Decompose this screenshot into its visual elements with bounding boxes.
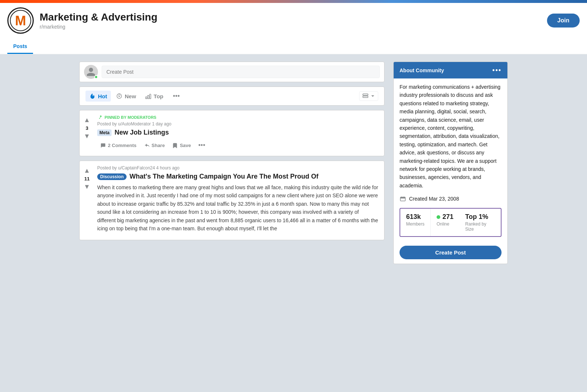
post-body-2: When it comes to marketing there are man… [97,183,378,232]
svg-text:M: M [15,13,26,28]
post-title-2[interactable]: What's The Marketing Campaign You Are Th… [130,173,318,180]
user-avatar [84,65,98,79]
svg-rect-4 [146,97,147,99]
top-value: Top 1% [465,213,495,221]
members-count: 613k [406,213,424,221]
about-description: For marketing communications + advertisi… [400,83,502,190]
downvote-1[interactable]: ▼ [84,132,90,140]
online-stat: 271 Online [431,209,459,236]
upvote-2[interactable]: ▲ [84,167,90,175]
sort-more-btn[interactable]: ••• [170,91,183,102]
view-toggle[interactable] [359,91,378,101]
online-dot [94,75,98,79]
vote-count-1: 3 [85,125,88,131]
save-btn-1[interactable]: Save [169,140,194,151]
about-header: About Community ••• [394,62,507,78]
about-box: About Community ••• For marketing commun… [393,62,508,264]
vote-col-2: ▲ 11 ▼ [80,164,94,237]
online-dot-sidebar [437,215,440,219]
post-more-1[interactable]: ••• [196,139,208,151]
sort-top-label: Top [154,93,163,99]
post-actions-1: 2 Comments Share Save ••• [97,139,378,151]
ranked-label: Ranked by Size [465,221,495,232]
post-content-1: PINNED BY MODERATORS Posted by u/AutoMod… [94,113,381,153]
sort-hot-label: Hot [98,93,107,99]
sidebar-create-post-btn[interactable]: Create Post [400,246,502,259]
tag-discussion-2: Discussion [97,173,127,180]
comments-btn-1[interactable]: 2 Comments [97,140,139,151]
sort-bar: Hot New Top ••• [79,87,384,106]
create-post-input[interactable] [102,66,380,78]
post-title-row-1: Meta New Job Listings [97,129,378,136]
vote-col-1: ▲ 3 ▼ [80,113,94,153]
community-name: Marketing & Advertising [40,11,541,23]
created-row: Created Mar 23, 2008 [400,195,502,202]
sort-top[interactable]: Top [141,91,167,102]
downvote-2[interactable]: ▼ [84,183,90,191]
about-header-label: About Community [400,67,444,73]
created-label: Created Mar 23, 2008 [409,196,459,202]
sort-hot[interactable]: Hot [85,91,111,102]
about-body: For marketing communications + advertisi… [394,78,507,264]
sort-new[interactable]: New [112,91,140,102]
svg-rect-5 [147,95,149,99]
post-card-pinned: ▲ 3 ▼ PINNED BY MODERATORS Posted by u/A… [79,110,384,156]
sidebar: About Community ••• For marketing commun… [393,62,508,270]
main-feed: Hot New Top ••• [79,62,384,270]
top-bar [0,0,587,3]
post-meta-2: Posted by u/CaptainFalcon24 4 hours ago [97,165,378,171]
community-sub: r/marketing [40,24,541,30]
members-stat: 613k Members [400,209,431,236]
vote-count-2: 11 [84,176,90,182]
online-label: Online [437,221,453,227]
post-card-discussion: ▲ 11 ▼ Posted by u/CaptainFalcon24 4 hou… [79,161,384,240]
top-stat: Top 1% Ranked by Size [459,209,501,236]
share-btn-1[interactable]: Share [141,140,168,151]
svg-rect-8 [363,96,368,98]
upvote-1[interactable]: ▲ [84,116,90,124]
nav-tabs: Posts [7,40,580,54]
community-icon: M [7,7,34,34]
pinned-label: PINNED BY MODERATORS [97,115,378,120]
tab-posts[interactable]: Posts [7,40,33,54]
online-count: 271 [437,213,453,221]
community-header: M Marketing & Advertising r/marketing Jo… [0,3,587,54]
create-post-box [79,62,384,82]
stats-row: 613k Members 271 Online Top 1% Ranked by… [400,208,502,237]
join-button[interactable]: Join [547,14,580,28]
svg-rect-6 [149,94,151,99]
svg-rect-7 [363,94,368,95]
tag-meta-1: Meta [97,129,112,136]
sort-new-label: New [125,93,136,99]
post-title-1[interactable]: New Job Listings [114,129,169,136]
about-more-btn[interactable]: ••• [492,66,502,74]
post-content-2: Posted by u/CaptainFalcon24 4 hours ago … [94,164,381,237]
post-meta-1: Posted by u/AutoModerator 1 day ago [97,121,378,127]
page-layout: Hot New Top ••• [73,54,514,277]
post-title-row-2: Discussion What's The Marketing Campaign… [97,173,378,180]
header-text: Marketing & Advertising r/marketing [40,11,541,30]
members-label: Members [406,221,424,227]
